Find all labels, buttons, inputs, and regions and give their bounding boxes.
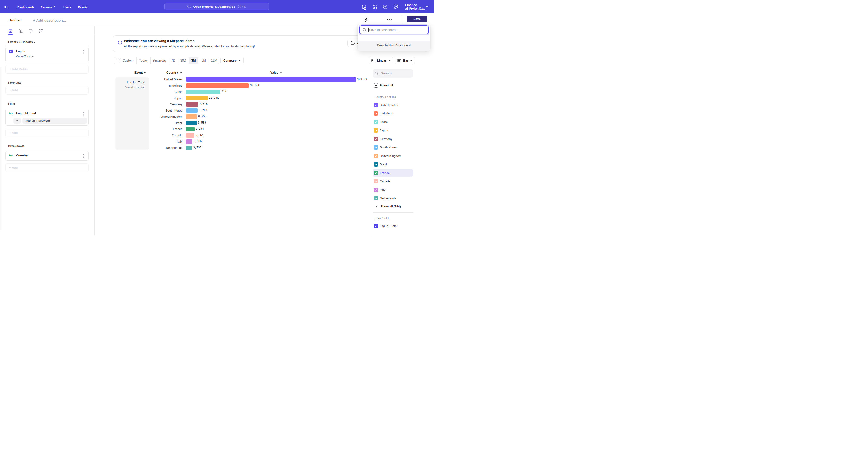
svg-text:?: ?: [384, 5, 386, 8]
